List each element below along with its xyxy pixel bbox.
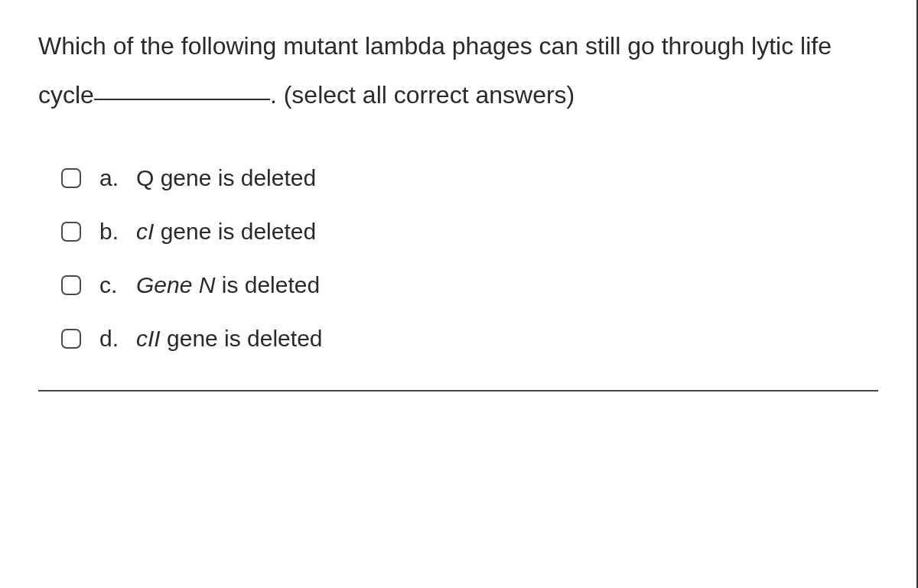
question-stem: Which of the following mutant lambda pha… (38, 21, 878, 119)
option-text-d: cII gene is deleted (136, 326, 323, 352)
checkbox-a[interactable] (61, 168, 81, 188)
option-d: d. cII gene is deleted (61, 326, 878, 352)
question-text-part2: . (select all correct answers) (270, 81, 575, 109)
option-letter-c: c. (99, 272, 136, 298)
fill-blank (94, 99, 270, 100)
option-c: c. Gene N is deleted (61, 272, 878, 298)
option-b: b. cI gene is deleted (61, 219, 878, 245)
option-letter-d: d. (99, 326, 136, 352)
option-a: a. Q gene is deleted (61, 165, 878, 191)
checkbox-d[interactable] (61, 329, 81, 349)
option-text-b: cI gene is deleted (136, 219, 316, 245)
option-text-c: Gene N is deleted (136, 272, 320, 298)
checkbox-c[interactable] (61, 275, 81, 295)
option-text-a: Q gene is deleted (136, 165, 316, 191)
question-container: Which of the following mutant lambda pha… (0, 0, 918, 588)
option-letter-a: a. (99, 165, 136, 191)
options-list: a. Q gene is deleted b. cI gene is delet… (38, 165, 878, 352)
section-divider (38, 390, 878, 391)
checkbox-b[interactable] (61, 222, 81, 242)
option-letter-b: b. (99, 219, 136, 245)
